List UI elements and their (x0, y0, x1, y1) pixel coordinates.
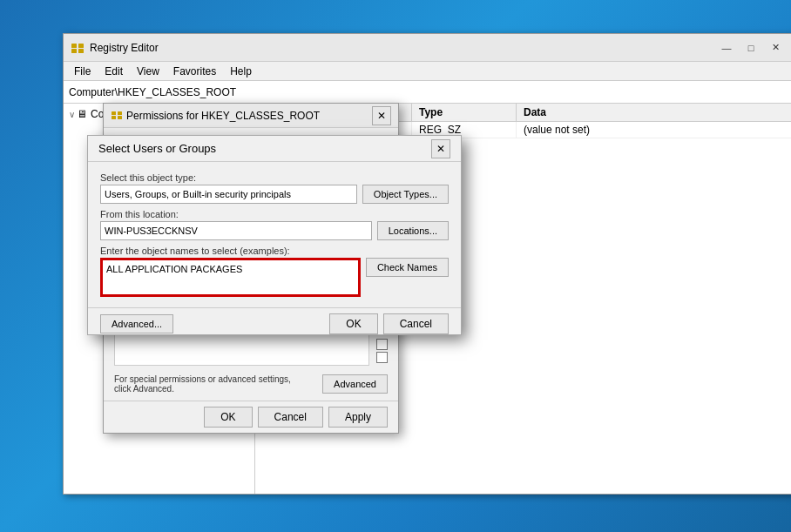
menu-file[interactable]: File (67, 64, 98, 79)
minimize-button[interactable]: — (715, 39, 738, 57)
svg-rect-7 (118, 116, 122, 119)
address-bar: Computer\HKEY_CLASSES_ROOT (64, 81, 791, 104)
select-cancel-button[interactable]: Cancel (383, 313, 449, 334)
svg-rect-5 (112, 116, 116, 119)
permissions-icon (111, 110, 123, 122)
permissions-footer: OK Cancel Apply (104, 401, 398, 433)
object-type-label: Select this object type: (100, 172, 449, 183)
object-names-area[interactable]: ALL APPLICATION PACKAGES (100, 258, 361, 297)
window-title: Registry Editor (90, 42, 715, 54)
col-data: Data (517, 104, 791, 121)
menu-bar: File Edit View Favorites Help (64, 62, 791, 81)
window-controls: — □ ✕ (715, 39, 787, 57)
svg-rect-0 (71, 44, 77, 48)
names-section: Enter the object names to select (exampl… (100, 246, 449, 297)
menu-help[interactable]: Help (223, 64, 259, 79)
names-row: ALL APPLICATION PACKAGES Check Names (100, 258, 449, 297)
permissions-ok-button[interactable]: OK (204, 407, 252, 428)
tree-arrow: ∨ (69, 110, 75, 119)
cell-data: (value not set) (517, 122, 791, 138)
permissions-cancel-button[interactable]: Cancel (258, 407, 323, 428)
location-label: From this location: (100, 209, 449, 219)
footer-buttons: OK Cancel (329, 313, 449, 334)
advanced-button[interactable]: Advanced (322, 374, 388, 394)
address-text: Computer\HKEY_CLASSES_ROOT (69, 86, 236, 98)
select-users-title: Select Users or Groups (98, 142, 431, 155)
svg-rect-1 (71, 49, 77, 53)
object-names-text: ALL APPLICATION PACKAGES (106, 264, 242, 274)
object-type-section: Select this object type: Object Types... (100, 172, 449, 204)
check-names-button[interactable]: Check Names (366, 258, 449, 277)
select-ok-button[interactable]: OK (329, 313, 377, 334)
object-types-button[interactable]: Object Types... (362, 185, 449, 204)
close-button[interactable]: ✕ (764, 39, 787, 57)
permissions-title-bar: Permissions for HKEY_CLASSES_ROOT ✕ (104, 104, 398, 128)
svg-rect-3 (78, 49, 84, 53)
maximize-button[interactable]: □ (740, 39, 762, 57)
select-users-dialog: Select Users or Groups ✕ Select this obj… (87, 135, 462, 335)
select-users-footer: Advanced... OK Cancel (88, 307, 461, 340)
svg-rect-2 (78, 44, 84, 48)
permissions-title: Permissions for HKEY_CLASSES_ROOT (126, 110, 372, 122)
advanced-button[interactable]: Advanced... (100, 314, 173, 333)
menu-view[interactable]: View (130, 64, 166, 79)
select-users-close-button[interactable]: ✕ (431, 139, 450, 158)
col-type: Type (412, 104, 517, 121)
menu-edit[interactable]: Edit (98, 64, 130, 79)
location-row: Locations... (100, 221, 449, 240)
advanced-description: For special permissions or advanced sett… (114, 374, 291, 394)
special-checkboxes (376, 339, 388, 363)
select-users-content: Select this object type: Object Types...… (88, 162, 461, 307)
location-input[interactable] (100, 221, 372, 240)
object-type-row: Object Types... (100, 185, 449, 204)
names-label: Enter the object names to select (exampl… (100, 246, 449, 256)
special-allow[interactable] (376, 339, 388, 350)
permissions-close-button[interactable]: ✕ (372, 106, 391, 125)
app-icon (71, 41, 85, 55)
svg-rect-6 (118, 111, 122, 115)
menu-favorites[interactable]: Favorites (166, 64, 223, 79)
advanced-row: For special permissions or advanced sett… (114, 374, 388, 394)
svg-rect-4 (112, 111, 116, 115)
folder-icon: 🖥 (77, 108, 87, 120)
locations-button[interactable]: Locations... (377, 221, 449, 240)
special-deny[interactable] (376, 352, 388, 363)
object-type-input[interactable] (100, 185, 357, 204)
permissions-apply-button[interactable]: Apply (328, 407, 388, 428)
select-users-title-bar: Select Users or Groups ✕ (88, 136, 461, 162)
location-section: From this location: Locations... (100, 209, 449, 240)
title-bar: Registry Editor — □ ✕ (64, 34, 791, 62)
